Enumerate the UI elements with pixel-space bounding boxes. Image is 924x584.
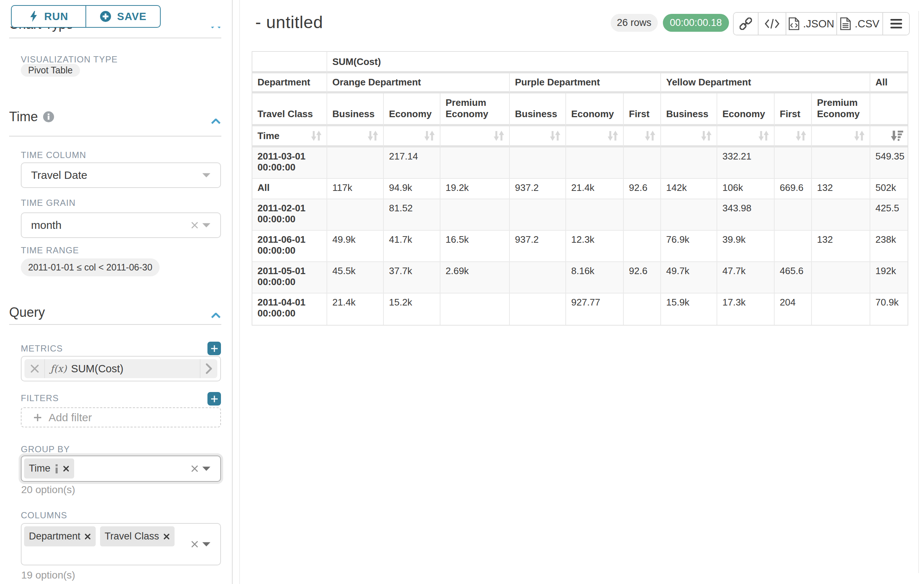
plus-icon — [210, 344, 219, 353]
pivot-value-cell: 76.9k — [661, 231, 717, 262]
export-json-button[interactable]: .JSON — [786, 13, 837, 35]
columns-tag[interactable]: Travel Class — [100, 526, 175, 546]
sort-icon — [549, 130, 561, 141]
time-range-value[interactable]: 2011-01-01 ≤ col < 2011-06-30 — [21, 258, 160, 276]
chevron-right-icon[interactable] — [206, 363, 212, 374]
add-filter-button[interactable] — [208, 392, 221, 406]
pivot-sort-header[interactable] — [812, 126, 870, 148]
chart-actions-group: .JSON .CSV — [733, 12, 910, 35]
collapse-time-button[interactable] — [211, 118, 221, 125]
pivot-value-cell — [624, 293, 661, 325]
pivot-value-cell: 192k — [870, 262, 908, 293]
pivot-travel-class-header: Business — [661, 94, 717, 126]
metrics-label: METRICS — [21, 344, 63, 354]
metric-chip[interactable]: ƒ(x) SUM(Cost) — [25, 359, 217, 378]
row-count-badge: 26 rows — [610, 14, 658, 32]
export-csv-button[interactable]: .CSV — [837, 13, 883, 35]
pivot-value-cell: 669.6 — [775, 179, 812, 199]
pivot-data-row: 2011-04-01 00:00:0021.4k15.2k927.7715.9k… — [252, 293, 908, 325]
pivot-department-row: DepartmentOrange DepartmentPurple Depart… — [252, 73, 908, 94]
link-icon — [739, 18, 752, 30]
add-metric-button[interactable] — [208, 342, 221, 355]
save-button[interactable]: SAVE — [86, 5, 161, 28]
pivot-value-cell: 2.69k — [441, 262, 510, 293]
metric-name: SUM(Cost) — [71, 363, 124, 375]
columns-select[interactable]: Department Travel Class — [21, 523, 221, 565]
pivot-row-header: 2011-02-01 00:00:00 — [252, 199, 327, 231]
pivot-value-cell: 39.9k — [717, 231, 775, 262]
control-panel: Chart Type VISUALIZATION TYPE Pivot Tabl… — [0, 0, 233, 584]
pivot-value-cell — [812, 293, 870, 325]
pivot-value-cell: 41.7k — [384, 231, 441, 262]
pivot-travel-class-header: First — [624, 94, 661, 126]
sort-icon — [795, 130, 807, 141]
pivot-sort-header[interactable] — [510, 126, 566, 148]
chart-header: - untitled 26 rows 00:00:00.18 .JSON .CS… — [240, 0, 924, 51]
pivot-value-cell — [624, 199, 661, 231]
expand-metric-button[interactable] — [206, 363, 212, 374]
pivot-value-cell: 21.4k — [566, 179, 624, 199]
pivot-value-cell: 15.2k — [384, 293, 441, 325]
remove-icon[interactable] — [63, 466, 69, 472]
pivot-value-cell: 70.9k — [870, 293, 908, 325]
collapse-query-button[interactable] — [211, 313, 221, 320]
remove-icon[interactable] — [163, 533, 170, 540]
pivot-value-cell: 106k — [717, 179, 775, 199]
pivot-data-row: 2011-06-01 00:00:0049.9k41.7k16.5k937.21… — [252, 231, 908, 262]
pivot-sort-header[interactable] — [624, 126, 661, 148]
filters-label: FILTERS — [21, 393, 59, 403]
pivot-value-cell — [327, 148, 384, 179]
pivot-value-cell — [812, 262, 870, 293]
pivot-sort-header[interactable] — [441, 126, 510, 148]
csv-file-icon — [840, 17, 851, 30]
pivot-travel-class-header: First — [775, 94, 812, 126]
run-button[interactable]: RUN — [11, 5, 86, 28]
panel-scrollbar-gutter[interactable] — [233, 0, 240, 584]
time-column-label: TIME COLUMN — [21, 150, 86, 160]
code-icon — [765, 18, 779, 29]
chart-menu-button[interactable] — [883, 13, 909, 35]
pivot-time-label[interactable]: Time — [252, 126, 327, 148]
clear-icon[interactable] — [191, 465, 199, 473]
columns-tag[interactable]: Department — [24, 526, 96, 546]
group-by-tag[interactable]: Time — [24, 459, 74, 479]
pivot-data-row: 2011-03-01 00:00:00217.14332.21549.35 — [252, 148, 908, 179]
share-link-button[interactable] — [734, 13, 759, 35]
pivot-sort-header[interactable] — [384, 126, 441, 148]
pivot-travel-class-header: Economy — [384, 94, 441, 126]
pivot-value-cell — [566, 199, 624, 231]
pivot-travel-class-header: Premium Economy — [812, 94, 870, 126]
time-grain-select[interactable]: month — [21, 212, 221, 238]
time-column-select[interactable]: Travel Date — [21, 163, 221, 188]
sort-icon — [607, 130, 619, 141]
pivot-sort-header[interactable] — [566, 126, 624, 148]
pivot-sort-header[interactable] — [775, 126, 812, 148]
pivot-sort-header[interactable] — [717, 126, 775, 148]
add-filter-dropzone[interactable]: Add filter — [21, 407, 221, 428]
pivot-department-label: Department — [252, 73, 327, 94]
sort-icon — [644, 130, 656, 141]
pivot-value-cell: 8.16k — [566, 262, 624, 293]
metrics-select[interactable]: ƒ(x) SUM(Cost) — [21, 356, 221, 382]
divider — [9, 38, 221, 38]
visualization-type-value[interactable]: Pivot Table — [21, 64, 80, 77]
pivot-row-header: 2011-03-01 00:00:00 — [252, 148, 327, 179]
pivot-value-cell: 238k — [870, 231, 908, 262]
columns-label: COLUMNS — [21, 510, 67, 520]
run-save-button-group: RUN SAVE — [11, 5, 161, 28]
group-by-select[interactable]: Time — [21, 456, 221, 482]
pivot-value-cell: 81.52 — [384, 199, 441, 231]
clear-icon[interactable] — [191, 540, 199, 548]
divider — [9, 324, 221, 325]
pivot-header-metric-row: SUM(Cost) — [252, 52, 908, 73]
pivot-sort-header[interactable] — [661, 126, 717, 148]
view-query-button[interactable] — [759, 13, 786, 35]
pivot-value-cell: 49.9k — [327, 231, 384, 262]
clear-icon[interactable] — [191, 221, 199, 229]
pivot-sort-header-active[interactable] — [870, 126, 908, 148]
remove-icon[interactable] — [84, 533, 91, 540]
remove-icon[interactable] — [30, 364, 39, 373]
pivot-sort-header[interactable] — [327, 126, 384, 148]
pivot-value-cell — [775, 231, 812, 262]
group-by-label: GROUP BY — [21, 444, 70, 454]
